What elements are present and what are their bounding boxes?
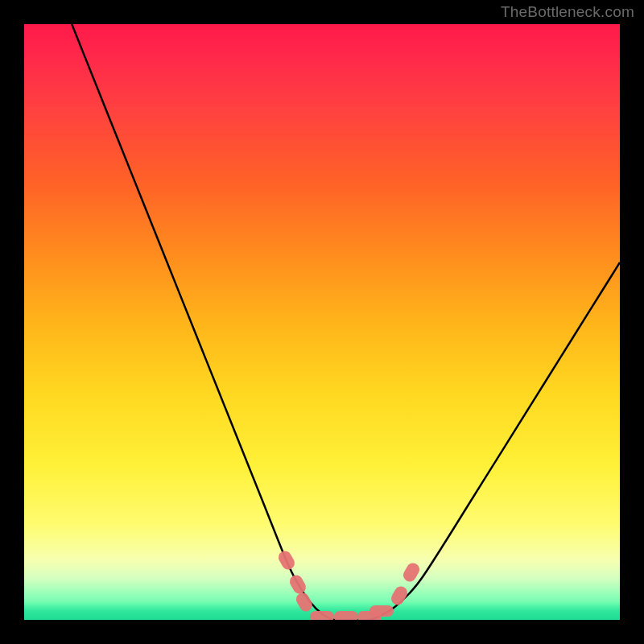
bottleneck-curve: [24, 24, 620, 620]
chart-frame: TheBottleneck.com: [0, 0, 644, 644]
watermark-text: TheBottleneck.com: [501, 3, 634, 21]
curve-marker: [334, 611, 358, 620]
plot-area: [24, 24, 620, 620]
curve-marker: [369, 605, 394, 617]
curve-marker: [310, 611, 334, 620]
